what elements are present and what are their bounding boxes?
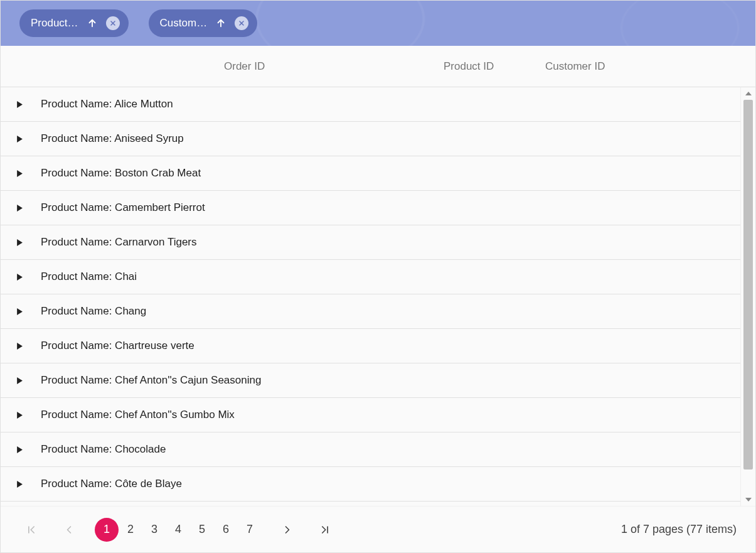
svg-marker-6	[17, 101, 23, 108]
caret-right-icon[interactable]	[14, 341, 24, 351]
group-row[interactable]: Product Name: Chef Anton''s Gumbo Mix	[1, 398, 740, 432]
scroll-down-arrow-icon[interactable]	[742, 495, 755, 505]
scroll-thumb[interactable]	[743, 100, 753, 470]
data-grid: Product… Custom… Order ID Product ID Cus…	[0, 0, 756, 553]
group-row[interactable]: Product Name: Aniseed Syrup	[1, 122, 740, 156]
pager-controls: 1234567	[19, 518, 337, 542]
group-row-label: Product Name: Aniseed Syrup	[41, 132, 184, 145]
column-header-customer-id[interactable]: Customer ID	[535, 60, 661, 73]
svg-marker-8	[17, 170, 23, 177]
caret-right-icon[interactable]	[14, 168, 24, 178]
close-icon[interactable]	[106, 16, 120, 30]
pager-first-button[interactable]	[19, 518, 43, 542]
column-header-order-id[interactable]: Order ID	[214, 60, 434, 73]
svg-marker-9	[17, 205, 23, 212]
caret-right-icon[interactable]	[14, 203, 24, 213]
svg-marker-10	[17, 239, 23, 246]
caret-right-icon[interactable]	[14, 272, 24, 282]
svg-marker-16	[17, 446, 23, 453]
group-row[interactable]: Product Name: Alice Mutton	[1, 87, 740, 122]
group-row-label: Product Name: Camembert Pierrot	[41, 201, 205, 214]
close-icon[interactable]	[235, 16, 248, 30]
group-row[interactable]: Product Name: Chef Anton''s Cajun Season…	[1, 363, 740, 398]
group-chip-label: Custom…	[160, 17, 208, 30]
pager-page-button[interactable]: 6	[214, 518, 238, 542]
caret-right-icon[interactable]	[14, 375, 24, 385]
svg-marker-17	[17, 481, 23, 488]
group-row[interactable]: Product Name: Chang	[1, 294, 740, 329]
svg-marker-19	[745, 498, 752, 502]
pager: 1234567 1 of 7 pages (77 items)	[1, 506, 755, 552]
group-row[interactable]: Product Name: Chai	[1, 260, 740, 294]
svg-marker-12	[17, 308, 23, 315]
group-chip-product-name[interactable]: Product…	[19, 9, 129, 37]
caret-right-icon[interactable]	[14, 237, 24, 247]
caret-right-icon[interactable]	[14, 410, 24, 420]
group-row[interactable]: Product Name: Chartreuse verte	[1, 329, 740, 363]
group-chip-label: Product…	[31, 17, 78, 30]
group-row[interactable]: Product Name: Boston Crab Meat	[1, 156, 740, 191]
svg-marker-14	[17, 377, 23, 384]
pager-last-button[interactable]	[313, 518, 337, 542]
group-row[interactable]: Product Name: Chocolade	[1, 432, 740, 467]
svg-marker-11	[17, 274, 23, 281]
rows-viewport: Product Name: Alice MuttonProduct Name: …	[1, 87, 755, 506]
group-row-label: Product Name: Boston Crab Meat	[41, 167, 201, 180]
pager-page-button[interactable]: 2	[119, 518, 142, 542]
caret-right-icon[interactable]	[14, 479, 24, 489]
caret-right-icon[interactable]	[14, 99, 24, 109]
pager-page-button[interactable]: 1	[95, 518, 119, 542]
group-drop-area[interactable]: Product… Custom…	[1, 1, 755, 46]
group-row-label: Product Name: Chartreuse verte	[41, 340, 194, 352]
arrow-up-icon[interactable]	[215, 17, 227, 30]
group-row[interactable]: Product Name: Côte de Blaye	[1, 467, 740, 502]
group-row-label: Product Name: Chang	[41, 305, 146, 318]
vertical-scrollbar[interactable]	[740, 87, 755, 506]
pager-page-button[interactable]: 5	[190, 518, 214, 542]
column-header-row: Order ID Product ID Customer ID	[1, 46, 755, 87]
group-row-label: Product Name: Chocolade	[41, 443, 166, 456]
caret-right-icon[interactable]	[14, 444, 24, 454]
group-row-label: Product Name: Chef Anton''s Cajun Season…	[41, 374, 261, 387]
caret-right-icon[interactable]	[14, 134, 24, 144]
caret-right-icon[interactable]	[14, 306, 24, 316]
svg-marker-15	[17, 412, 23, 419]
group-row-label: Product Name: Chef Anton''s Gumbo Mix	[41, 409, 235, 421]
svg-marker-13	[17, 343, 23, 350]
group-row-label: Product Name: Côte de Blaye	[41, 478, 182, 490]
pager-page-button[interactable]: 7	[238, 518, 262, 542]
pager-page-button[interactable]: 4	[166, 518, 190, 542]
scroll-up-arrow-icon[interactable]	[742, 89, 755, 99]
group-row-label: Product Name: Chai	[41, 271, 137, 283]
group-chip-customer-name[interactable]: Custom…	[149, 9, 258, 37]
scroll-track[interactable]	[743, 100, 753, 493]
group-row[interactable]: Product Name: Carnarvon Tigers	[1, 225, 740, 260]
pager-message: 1 of 7 pages (77 items)	[621, 523, 737, 536]
arrow-up-icon[interactable]	[86, 17, 98, 30]
group-row-label: Product Name: Alice Mutton	[41, 98, 173, 110]
pager-page-button[interactable]: 3	[142, 518, 166, 542]
svg-marker-7	[17, 136, 23, 142]
group-row-label: Product Name: Carnarvon Tigers	[41, 236, 197, 249]
svg-marker-18	[745, 92, 752, 95]
column-header-product-id[interactable]: Product ID	[434, 60, 535, 73]
pager-prev-button[interactable]	[57, 518, 81, 542]
rows-inner: Product Name: Alice MuttonProduct Name: …	[1, 87, 740, 506]
pager-next-button[interactable]	[275, 518, 299, 542]
group-row[interactable]: Product Name: Camembert Pierrot	[1, 191, 740, 225]
